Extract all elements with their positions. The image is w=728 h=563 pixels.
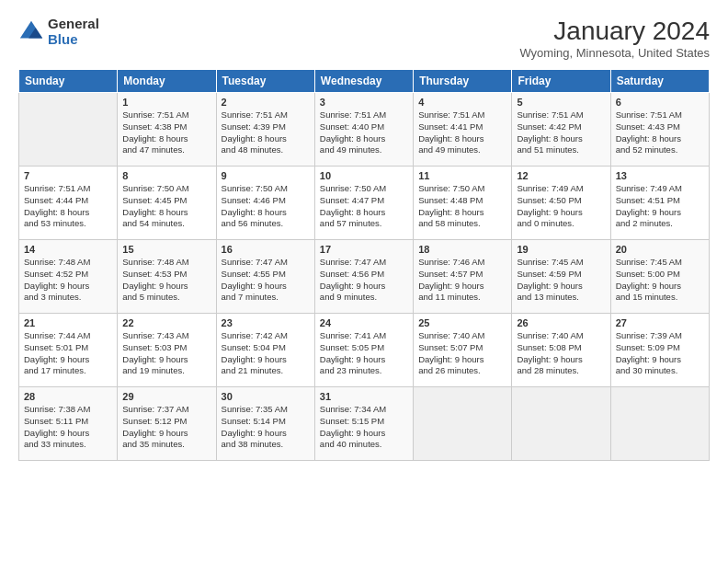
day-number: 29: [122, 391, 210, 402]
day-cell: 8Sunrise: 7:50 AM Sunset: 4:45 PM Daylig…: [118, 167, 216, 240]
month-title: January 2024: [519, 17, 710, 46]
day-number: 28: [24, 391, 112, 402]
week-row-0: 1Sunrise: 7:51 AM Sunset: 4:38 PM Daylig…: [19, 93, 710, 167]
title-block: January 2024 Wyoming, Minnesota, United …: [519, 17, 710, 60]
day-cell: 12Sunrise: 7:49 AM Sunset: 4:50 PM Dayli…: [512, 167, 610, 240]
day-cell: [512, 387, 610, 461]
day-cell: 23Sunrise: 7:42 AM Sunset: 5:04 PM Dayli…: [216, 314, 314, 387]
day-number: 26: [517, 317, 605, 328]
logo-text: General Blue: [48, 17, 99, 47]
day-info: Sunrise: 7:43 AM Sunset: 5:03 PM Dayligh…: [122, 330, 210, 377]
day-cell: 29Sunrise: 7:37 AM Sunset: 5:12 PM Dayli…: [118, 387, 216, 461]
day-cell: [19, 93, 118, 167]
calendar-header: SundayMondayTuesdayWednesdayThursdayFrid…: [19, 70, 710, 93]
day-cell: 16Sunrise: 7:47 AM Sunset: 4:55 PM Dayli…: [216, 240, 314, 314]
day-cell: 6Sunrise: 7:51 AM Sunset: 4:43 PM Daylig…: [610, 93, 709, 167]
header-cell-tuesday: Tuesday: [216, 70, 314, 93]
day-cell: 28Sunrise: 7:38 AM Sunset: 5:11 PM Dayli…: [19, 387, 118, 461]
day-number: 13: [616, 170, 704, 181]
day-number: 16: [222, 244, 310, 255]
day-cell: [414, 387, 512, 461]
page: General Blue January 2024 Wyoming, Minne…: [0, 0, 728, 563]
day-info: Sunrise: 7:38 AM Sunset: 5:11 PM Dayligh…: [24, 404, 112, 451]
day-info: Sunrise: 7:51 AM Sunset: 4:40 PM Dayligh…: [320, 109, 408, 156]
day-number: 12: [517, 170, 605, 181]
day-info: Sunrise: 7:40 AM Sunset: 5:07 PM Dayligh…: [418, 330, 506, 377]
day-number: 25: [418, 317, 506, 328]
day-number: 23: [222, 317, 310, 328]
header-cell-friday: Friday: [512, 70, 610, 93]
day-cell: 22Sunrise: 7:43 AM Sunset: 5:03 PM Dayli…: [118, 314, 216, 387]
day-info: Sunrise: 7:50 AM Sunset: 4:48 PM Dayligh…: [418, 183, 506, 230]
day-cell: 27Sunrise: 7:39 AM Sunset: 5:09 PM Dayli…: [610, 314, 709, 387]
day-cell: 31Sunrise: 7:34 AM Sunset: 5:15 PM Dayli…: [314, 387, 413, 461]
day-info: Sunrise: 7:45 AM Sunset: 5:00 PM Dayligh…: [616, 257, 704, 304]
week-row-4: 28Sunrise: 7:38 AM Sunset: 5:11 PM Dayli…: [19, 387, 710, 461]
day-number: 9: [222, 170, 310, 181]
logo-icon: [18, 19, 44, 45]
day-info: Sunrise: 7:51 AM Sunset: 4:38 PM Dayligh…: [122, 109, 210, 156]
day-cell: 21Sunrise: 7:44 AM Sunset: 5:01 PM Dayli…: [19, 314, 118, 387]
day-info: Sunrise: 7:51 AM Sunset: 4:44 PM Dayligh…: [24, 183, 112, 230]
day-info: Sunrise: 7:41 AM Sunset: 5:05 PM Dayligh…: [320, 330, 408, 377]
day-cell: 2Sunrise: 7:51 AM Sunset: 4:39 PM Daylig…: [216, 93, 314, 167]
day-number: 4: [418, 97, 506, 108]
day-info: Sunrise: 7:50 AM Sunset: 4:46 PM Dayligh…: [222, 183, 310, 230]
calendar-body: 1Sunrise: 7:51 AM Sunset: 4:38 PM Daylig…: [19, 93, 710, 461]
day-cell: [610, 387, 709, 461]
week-row-3: 21Sunrise: 7:44 AM Sunset: 5:01 PM Dayli…: [19, 314, 710, 387]
day-info: Sunrise: 7:35 AM Sunset: 5:14 PM Dayligh…: [222, 404, 310, 451]
header-cell-monday: Monday: [118, 70, 216, 93]
day-info: Sunrise: 7:47 AM Sunset: 4:56 PM Dayligh…: [320, 257, 408, 304]
header-cell-saturday: Saturday: [610, 70, 709, 93]
day-cell: 10Sunrise: 7:50 AM Sunset: 4:47 PM Dayli…: [314, 167, 413, 240]
day-info: Sunrise: 7:49 AM Sunset: 4:50 PM Dayligh…: [517, 183, 605, 230]
day-number: 8: [122, 170, 210, 181]
day-info: Sunrise: 7:39 AM Sunset: 5:09 PM Dayligh…: [616, 330, 704, 377]
week-row-2: 14Sunrise: 7:48 AM Sunset: 4:52 PM Dayli…: [19, 240, 710, 314]
day-number: 5: [517, 97, 605, 108]
week-row-1: 7Sunrise: 7:51 AM Sunset: 4:44 PM Daylig…: [19, 167, 710, 240]
day-info: Sunrise: 7:48 AM Sunset: 4:53 PM Dayligh…: [122, 257, 210, 304]
day-number: 1: [122, 97, 210, 108]
day-number: 3: [320, 97, 408, 108]
day-number: 6: [616, 97, 704, 108]
day-cell: 30Sunrise: 7:35 AM Sunset: 5:14 PM Dayli…: [216, 387, 314, 461]
day-number: 14: [24, 244, 112, 255]
day-number: 21: [24, 317, 112, 328]
day-cell: 9Sunrise: 7:50 AM Sunset: 4:46 PM Daylig…: [216, 167, 314, 240]
day-cell: 5Sunrise: 7:51 AM Sunset: 4:42 PM Daylig…: [512, 93, 610, 167]
day-cell: 20Sunrise: 7:45 AM Sunset: 5:00 PM Dayli…: [610, 240, 709, 314]
logo-blue-text: Blue: [48, 32, 99, 48]
day-info: Sunrise: 7:50 AM Sunset: 4:45 PM Dayligh…: [122, 183, 210, 230]
header: General Blue January 2024 Wyoming, Minne…: [18, 17, 710, 60]
day-number: 20: [616, 244, 704, 255]
day-info: Sunrise: 7:48 AM Sunset: 4:52 PM Dayligh…: [24, 257, 112, 304]
header-cell-wednesday: Wednesday: [314, 70, 413, 93]
location-title: Wyoming, Minnesota, United States: [519, 46, 710, 60]
day-info: Sunrise: 7:40 AM Sunset: 5:08 PM Dayligh…: [517, 330, 605, 377]
day-info: Sunrise: 7:47 AM Sunset: 4:55 PM Dayligh…: [222, 257, 310, 304]
day-info: Sunrise: 7:49 AM Sunset: 4:51 PM Dayligh…: [616, 183, 704, 230]
day-number: 17: [320, 244, 408, 255]
day-number: 31: [320, 391, 408, 402]
day-info: Sunrise: 7:46 AM Sunset: 4:57 PM Dayligh…: [418, 257, 506, 304]
day-number: 18: [418, 244, 506, 255]
day-info: Sunrise: 7:51 AM Sunset: 4:42 PM Dayligh…: [517, 109, 605, 156]
day-number: 2: [222, 97, 310, 108]
header-cell-sunday: Sunday: [19, 70, 118, 93]
day-number: 11: [418, 170, 506, 181]
logo: General Blue: [18, 17, 99, 47]
day-info: Sunrise: 7:51 AM Sunset: 4:43 PM Dayligh…: [616, 109, 704, 156]
day-info: Sunrise: 7:51 AM Sunset: 4:41 PM Dayligh…: [418, 109, 506, 156]
day-cell: 4Sunrise: 7:51 AM Sunset: 4:41 PM Daylig…: [414, 93, 512, 167]
day-cell: 3Sunrise: 7:51 AM Sunset: 4:40 PM Daylig…: [314, 93, 413, 167]
day-number: 10: [320, 170, 408, 181]
day-number: 7: [24, 170, 112, 181]
day-info: Sunrise: 7:42 AM Sunset: 5:04 PM Dayligh…: [222, 330, 310, 377]
day-cell: 1Sunrise: 7:51 AM Sunset: 4:38 PM Daylig…: [118, 93, 216, 167]
day-number: 15: [122, 244, 210, 255]
day-cell: 14Sunrise: 7:48 AM Sunset: 4:52 PM Dayli…: [19, 240, 118, 314]
day-info: Sunrise: 7:34 AM Sunset: 5:15 PM Dayligh…: [320, 404, 408, 451]
day-number: 30: [222, 391, 310, 402]
